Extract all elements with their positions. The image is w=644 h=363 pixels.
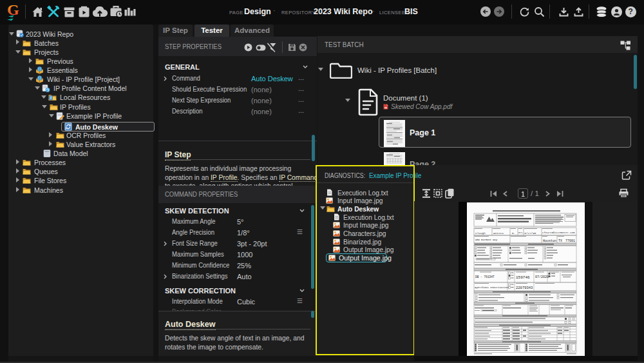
svg-text:Claugh: Claugh	[475, 231, 486, 235]
svg-text:R.: R.	[512, 231, 515, 235]
svg-text:DB - 76134T: DB - 76134T	[475, 275, 495, 279]
svg-text:TX: TX	[558, 239, 562, 243]
svg-text:Ayerthana Inoctivation: Ayerthana Inoctivation	[475, 286, 509, 289]
svg-text:Anissa: Anissa	[493, 231, 504, 235]
svg-text:159746: 159746	[516, 275, 530, 280]
svg-text:22079343: 22079343	[516, 286, 533, 290]
svg-text:cfears5@sitemeter.com: cfears5@sitemeter.com	[542, 231, 575, 234]
svg-text:3/27/95: 3/27/95	[524, 231, 536, 235]
svg-text:Houston: Houston	[543, 239, 556, 243]
svg-text:909 Garmont Way: 909 Garmont Way	[475, 239, 498, 241]
svg-text:Mrs.: Mrs.	[518, 231, 524, 234]
svg-text:07/2020: 07/2020	[535, 275, 549, 279]
svg-text:77001: 77001	[565, 239, 575, 243]
